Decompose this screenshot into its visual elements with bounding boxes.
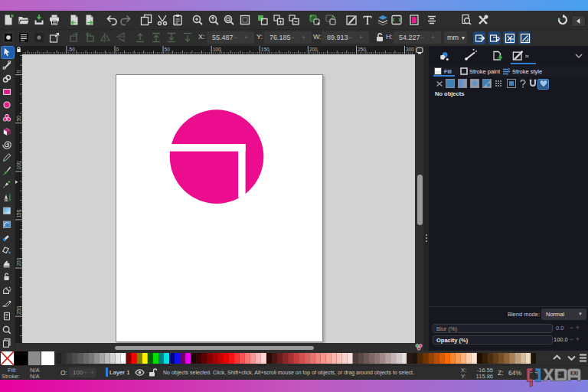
svg-text:300: 300 xyxy=(406,47,414,52)
svg-text:150: 150 xyxy=(16,209,21,217)
svg-text:-50: -50 xyxy=(67,47,75,52)
svg-text:250: 250 xyxy=(358,47,366,52)
svg-text:200: 200 xyxy=(16,257,21,266)
svg-text:200: 200 xyxy=(309,47,318,52)
svg-text:50: 50 xyxy=(16,115,21,121)
svg-text:250: 250 xyxy=(16,305,21,314)
svg-text:100: 100 xyxy=(213,47,221,52)
svg-text:100: 100 xyxy=(16,161,21,169)
svg-text:150: 150 xyxy=(261,47,270,52)
svg-text:0: 0 xyxy=(16,70,21,73)
svg-text:0: 0 xyxy=(116,47,119,52)
svg-text:50: 50 xyxy=(165,47,171,52)
